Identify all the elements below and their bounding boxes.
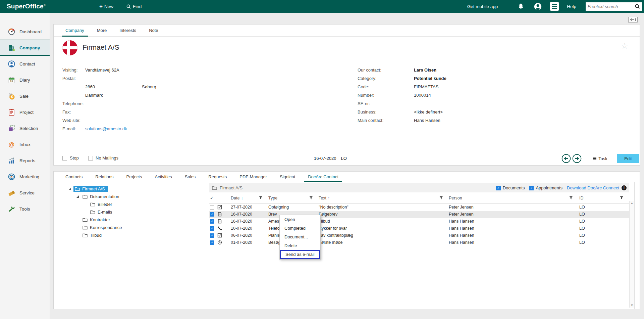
panel-collapse-icon[interactable] [628, 17, 638, 22]
context-menu-item-document[interactable]: Document... [280, 233, 320, 241]
column-header-date[interactable]: Date↓ [231, 193, 243, 203]
help-link[interactable]: Help [567, 4, 576, 9]
grid-title: Firmaet A/S [220, 185, 243, 190]
row-checkbox[interactable] [210, 212, 214, 217]
sidebar-item-sale[interactable]: $€Sale [0, 88, 50, 104]
table-row[interactable]: 06-07-2020PlanlagtLav kontraktoplægHans … [209, 232, 629, 239]
sidebar-item-inbox[interactable]: @Inbox [0, 136, 50, 152]
filter-funnel-icon[interactable] [309, 196, 313, 200]
freetext-search-input[interactable] [588, 4, 635, 9]
panel-tab-requests[interactable]: Requests [202, 172, 233, 182]
grid-scrollbar[interactable]: ▲ ▼ [629, 201, 634, 308]
appointments-filter-checkbox[interactable]: Appointments [529, 185, 562, 190]
documents-checkbox-box[interactable] [496, 186, 501, 190]
expander-icon[interactable] [69, 188, 71, 190]
find-button[interactable]: Find [126, 4, 142, 9]
tab-interests[interactable]: Interests [113, 25, 143, 36]
panel-tab-activities[interactable]: Activities [148, 172, 178, 182]
panel-tab-pdf-manager[interactable]: PDF-Manager [233, 172, 273, 182]
table-row[interactable]: 16-07-2020AmestoTilbudHans HansenLO [209, 218, 629, 225]
panel-tab-relations[interactable]: Relations [89, 172, 120, 182]
user-profile-icon[interactable] [533, 2, 542, 11]
filter-funnel-icon[interactable] [259, 196, 263, 200]
stop-checkbox[interactable]: Stop [62, 155, 79, 161]
panel-tab-sales[interactable]: Sales [178, 172, 202, 182]
search-icon[interactable] [635, 4, 640, 9]
field-value: FIRMAETAS [414, 83, 438, 91]
table-row[interactable]: 16-07-2020BrevFølgebrevPeter JensenLO [209, 211, 629, 218]
sidebar-item-reports[interactable]: Reports [0, 152, 50, 169]
context-menu-item-send-as-e-mail[interactable]: Send as e-mail [280, 250, 320, 259]
sidebar-item-contact[interactable]: Contact [0, 56, 50, 72]
tab-company[interactable]: Company [59, 25, 91, 36]
sidebar-item-project[interactable]: Project [0, 104, 50, 120]
filter-funnel-icon[interactable] [620, 196, 624, 200]
scroll-down-icon[interactable]: ▼ [630, 303, 634, 308]
expander-icon[interactable] [76, 195, 79, 198]
column-header-text[interactable]: Text↑ [319, 193, 330, 203]
tree-item-dokumentation[interactable]: Dokumentation [54, 193, 209, 200]
table-row[interactable]: 10-07-2020TelefonRykker for svarHans Han… [209, 225, 629, 232]
sidebar-item-service[interactable]: Service [0, 185, 50, 201]
download-docarc-connect-link[interactable]: Download DocArc Connect [567, 185, 619, 190]
table-row[interactable]: 01-07-2020BesøgFørste mødeHans HansenLO [209, 239, 629, 246]
next-company-button[interactable] [572, 154, 582, 163]
scroll-up-icon[interactable]: ▲ [630, 201, 634, 206]
sidebar-item-label: Marketing [19, 174, 39, 179]
sidebar-item-diary[interactable]: 16Diary [0, 72, 50, 88]
field-row: Web site: [62, 116, 277, 125]
info-icon[interactable]: i [622, 185, 627, 190]
sidebar-item-selection[interactable]: Selection [0, 120, 50, 136]
notifications-bell-icon[interactable] [517, 2, 525, 11]
sidebar-item-marketing[interactable]: Marketing [0, 169, 50, 185]
edit-button[interactable]: Edit [617, 154, 639, 163]
row-checkbox[interactable] [210, 205, 214, 210]
tab-note[interactable]: Note [143, 25, 164, 36]
appointments-checkbox-box[interactable] [529, 186, 534, 190]
field-value: 1000014 [414, 91, 431, 99]
tree-item-firmaet-a-s[interactable]: Firmaet A/S [54, 185, 209, 193]
no-mailings-checkbox-box[interactable] [88, 156, 93, 161]
row-checkbox[interactable] [210, 240, 214, 245]
task-button[interactable]: Task [589, 154, 611, 163]
get-mobile-app-link[interactable]: Get mobile app [467, 4, 498, 9]
column-header-id[interactable]: ID [579, 193, 584, 203]
sidebar-item-company[interactable]: Company [0, 40, 50, 56]
column-header-label: Type [268, 193, 277, 203]
column-header-person[interactable]: Person [449, 193, 462, 203]
filter-funnel-icon[interactable] [569, 196, 573, 200]
row-checkbox[interactable] [210, 226, 214, 231]
tree-item-billeder[interactable]: Billeder [54, 200, 209, 208]
documents-filter-checkbox[interactable]: Documents [496, 185, 525, 190]
docarc-folder-tree: Firmaet A/SDokumentationBillederE-mailsK… [54, 185, 209, 239]
select-all-column-header[interactable]: ✓ [210, 193, 214, 203]
new-button[interactable]: + New [99, 4, 113, 9]
previous-company-button[interactable] [561, 154, 571, 163]
sidebar-item-dashboard[interactable]: Dashboard [0, 24, 50, 40]
tree-item-korrespondance[interactable]: Korrespondance [54, 224, 209, 231]
favorite-star-icon[interactable]: ☆ [621, 41, 628, 51]
folder-icon [75, 187, 80, 191]
panel-tab-signicat[interactable]: Signicat [273, 172, 302, 182]
no-mailings-checkbox[interactable]: No Mailings [88, 155, 118, 161]
main-menu-icon[interactable] [550, 2, 559, 11]
context-menu-item-completed[interactable]: Completed [280, 224, 320, 233]
context-menu-item-open[interactable]: Open [280, 215, 320, 224]
panel-tab-projects[interactable]: Projects [120, 172, 149, 182]
cell-type: Besøg [268, 239, 280, 246]
filter-funnel-icon[interactable] [439, 196, 443, 200]
tree-item-e-mails[interactable]: E-mails [54, 208, 209, 216]
tree-item-tilbud[interactable]: Tilbud [54, 231, 209, 239]
email-link[interactable]: solutions@amesto.dk [85, 125, 127, 133]
panel-tab-docarc-contact[interactable]: DocArc Contact [302, 172, 345, 182]
column-header-type[interactable]: Type [268, 193, 277, 203]
row-checkbox[interactable] [210, 233, 214, 238]
row-checkbox[interactable] [210, 219, 214, 224]
stop-checkbox-box[interactable] [62, 156, 67, 161]
context-menu-item-delete[interactable]: Delete [280, 241, 320, 250]
panel-tab-contacts[interactable]: Contacts [59, 172, 89, 182]
tree-item-kontrakter[interactable]: Kontrakter [54, 216, 209, 224]
sidebar-item-tools[interactable]: Tools [0, 201, 50, 217]
table-row[interactable]: 27-07-2020Opfølgning"No description"Pete… [209, 204, 629, 211]
tab-more[interactable]: More [91, 25, 113, 36]
